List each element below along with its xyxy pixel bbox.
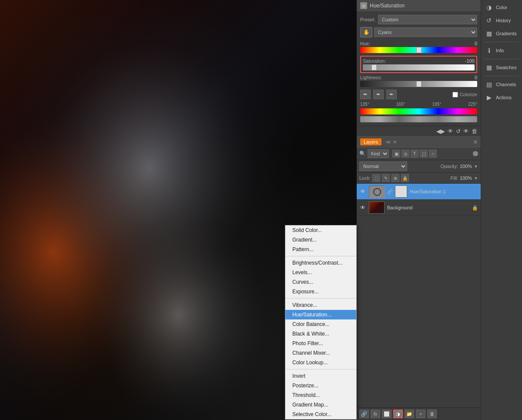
- blending-mode-dropdown[interactable]: Normal: [359, 161, 407, 171]
- hue-slider-thumb[interactable]: [416, 47, 422, 53]
- visibility-button2[interactable]: 👁: [463, 128, 469, 134]
- sidebar-item-channels[interactable]: ▤ Channels: [482, 79, 521, 90]
- layer-item-background[interactable]: 👁 Background 🔒: [357, 200, 481, 216]
- colorize-checkbox[interactable]: [452, 92, 458, 97]
- layer-visibility-background[interactable]: 👁: [359, 204, 366, 211]
- hand-tool-button[interactable]: ✋: [360, 27, 372, 37]
- menu-item-posterize[interactable]: Posterize...: [285, 381, 356, 390]
- visibility-toggle[interactable]: 👁: [448, 128, 453, 134]
- layers-menu-button[interactable]: ≡: [474, 138, 477, 145]
- collapse-icon[interactable]: ≪: [386, 139, 391, 145]
- delete-adjustment-button[interactable]: 🗑: [472, 128, 477, 134]
- channel-dropdown[interactable]: Cyans: [374, 27, 477, 37]
- eyedropper-icon: ✒: [376, 91, 381, 97]
- layer-new-button[interactable]: +: [416, 410, 425, 418]
- filter-shape-icon[interactable]: ▢: [420, 150, 428, 158]
- panel-header-icon: ⊞: [360, 2, 367, 9]
- menu-item-hue-saturation[interactable]: Hue/Saturation...: [285, 310, 356, 319]
- opacity-expand-icon[interactable]: ▼: [474, 164, 478, 169]
- sidebar-item-swatches[interactable]: ▦ Swatches: [482, 62, 521, 73]
- layers-spacer: [357, 216, 481, 407]
- angle-row: 135° 165° 195° 225°: [360, 102, 477, 107]
- menu-item-gradient-map[interactable]: Gradient Map...: [285, 400, 356, 410]
- sidebar-item-history[interactable]: ↺ History: [482, 15, 521, 26]
- menu-item-threshold[interactable]: Threshold...: [285, 390, 356, 400]
- layer-fx-button[interactable]: fx: [371, 410, 380, 418]
- menu-item-brightness-contrast[interactable]: Brightness/Contrast...: [285, 258, 356, 268]
- hue-slider-track[interactable]: [360, 47, 477, 53]
- sidebar-item-color[interactable]: ◑ Color: [482, 2, 521, 13]
- fill-expand-icon[interactable]: ▼: [474, 176, 478, 181]
- main-right: ⊞ Hue/Saturation Preset: Custom ✋: [357, 0, 481, 420]
- layers-tab[interactable]: Layers: [360, 138, 381, 145]
- filter-type-icon[interactable]: T: [411, 150, 418, 158]
- panel-header: ⊞ Hue/Saturation: [357, 0, 481, 11]
- layer-visibility-hue-sat[interactable]: 👁: [359, 188, 366, 195]
- menu-item-photo-filter[interactable]: Photo Filter...: [285, 339, 356, 348]
- swatches-icon: ▦: [485, 64, 493, 71]
- sidebar-item-info[interactable]: ℹ Info: [482, 45, 521, 56]
- channels-label: Channels: [496, 82, 516, 87]
- tools-row: ✒ ✒ ✒ Colorize: [360, 90, 477, 99]
- filter-adjustment-icon[interactable]: ◎: [402, 150, 409, 158]
- hand-icon: ✋: [363, 29, 370, 35]
- layers-panel: Layers ≪ ✕ ≡ 🔍 Kind ▣ ◎ T ▢: [357, 137, 481, 420]
- menu-item-solid-color[interactable]: Solid Color...: [285, 225, 356, 235]
- layer-delete-button[interactable]: 🗑: [427, 410, 437, 418]
- menu-item-selective-color[interactable]: Selective Color...: [285, 410, 356, 419]
- reset-button[interactable]: ↺: [456, 128, 461, 134]
- layers-toolbar: 🔍 Kind ▣ ◎ T ▢ ☆: [357, 148, 481, 160]
- side-divider-2: [484, 59, 519, 59]
- preset-dropdown[interactable]: Custom: [378, 15, 477, 24]
- saturation-label-row: Saturation: -100: [363, 58, 475, 64]
- color-icon: ◑: [485, 3, 493, 11]
- menu-item-color-balance[interactable]: Color Balance...: [285, 319, 356, 329]
- panel-close-icon[interactable]: ✕: [393, 139, 397, 145]
- menu-item-exposure[interactable]: Exposure...: [285, 287, 356, 296]
- filter-smart-icon[interactable]: ☆: [429, 150, 437, 158]
- saturation-value: -100: [465, 58, 475, 64]
- menu-item-color-lookup[interactable]: Color Lookup...: [285, 358, 356, 367]
- menu-item-levels[interactable]: Levels...: [285, 268, 356, 277]
- filter-toggle-dot[interactable]: [473, 151, 478, 156]
- menu-item-gradient[interactable]: Gradient...: [285, 235, 356, 245]
- fill-label: Fill:: [451, 175, 458, 181]
- eyedropper-subtract-button[interactable]: ✒: [386, 90, 397, 99]
- menu-item-invert[interactable]: Invert: [285, 371, 356, 381]
- lock-all-button[interactable]: 🔒: [401, 174, 409, 182]
- sidebar-item-actions[interactable]: ▶ Actions: [482, 92, 521, 103]
- eyedropper-add-button[interactable]: ✒: [360, 90, 371, 99]
- swatches-label: Swatches: [496, 65, 517, 70]
- sidebar-item-gradients[interactable]: ▦ Gradients: [482, 28, 521, 39]
- lock-artboards-button[interactable]: ⊕: [392, 174, 399, 182]
- adjustment-dropdown-menu: Solid Color... Gradient... Pattern... Br…: [285, 225, 357, 420]
- layer-link-button[interactable]: 🔗: [359, 410, 369, 418]
- layer-thumb-background: [369, 202, 385, 214]
- menu-item-channel-mixer[interactable]: Channel Mixer...: [285, 348, 356, 358]
- layer-adjustment-button[interactable]: ◑: [393, 410, 403, 418]
- hue-slider-row: Hue: 0: [360, 41, 477, 53]
- history-label: History: [496, 18, 511, 23]
- layer-group-button[interactable]: 📁: [405, 410, 414, 418]
- saturation-slider-track[interactable]: [363, 64, 475, 71]
- menu-item-curves[interactable]: Curves...: [285, 277, 356, 287]
- background-lock-icon: 🔒: [472, 205, 478, 211]
- filter-search-icon: 🔍: [359, 151, 366, 157]
- menu-item-black-white[interactable]: Black & White...: [285, 329, 356, 339]
- lock-pixel-button[interactable]: ⬚: [372, 174, 380, 182]
- lightness-slider-track[interactable]: [360, 81, 477, 87]
- opacity-group: Opacity: 100% ▼: [441, 164, 478, 169]
- menu-item-vibrance[interactable]: Vibrance...: [285, 300, 356, 310]
- layer-item-hue-saturation[interactable]: 👁 🔗 Hue/Saturation 1: [357, 184, 481, 200]
- layer-mask-button[interactable]: ⬜: [382, 410, 392, 418]
- clip-button[interactable]: ◀▶: [436, 128, 445, 134]
- saturation-slider-thumb[interactable]: [371, 64, 377, 71]
- filter-pixel-icon[interactable]: ▣: [392, 150, 400, 158]
- gradients-label: Gradients: [496, 31, 517, 36]
- color-bar-original: [360, 108, 477, 114]
- eyedropper-button[interactable]: ✒: [373, 90, 384, 99]
- lock-position-button[interactable]: ✎: [382, 174, 390, 182]
- kind-dropdown[interactable]: Kind: [368, 149, 389, 158]
- menu-item-pattern[interactable]: Pattern...: [285, 245, 356, 254]
- lightness-slider-thumb[interactable]: [416, 81, 422, 87]
